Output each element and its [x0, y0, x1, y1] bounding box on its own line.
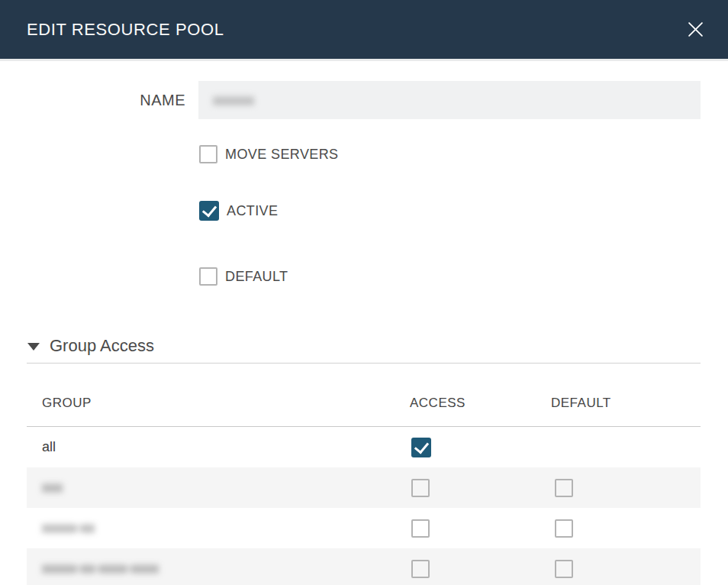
group-name: xxxxx-xx: [27, 520, 410, 536]
access-checkbox[interactable]: [411, 560, 430, 578]
default-checkbox[interactable]: [555, 479, 573, 497]
close-button[interactable]: [682, 17, 708, 43]
default-cell: [551, 479, 701, 497]
modal-body: NAME xxxxxx MOVE SERVERS ACTIVE DEFAULT …: [0, 81, 728, 585]
default-cell: [551, 519, 701, 538]
name-label: NAME: [27, 92, 185, 109]
access-checkbox[interactable]: [411, 519, 430, 538]
group-name: xxx: [27, 480, 410, 496]
caret-down-icon: [27, 343, 40, 351]
modal-header: EDIT RESOURCE POOL: [0, 0, 728, 59]
table-body: all xxx xxxxx-xx xxxxx-xx-x: [27, 427, 701, 585]
table-row: all: [27, 427, 701, 467]
table-row: xxxxx-xx-xxxx-xxxx: [27, 548, 701, 585]
access-checkbox[interactable]: [411, 438, 431, 457]
close-icon: [685, 19, 706, 40]
group-name: all: [27, 439, 410, 455]
column-header-default: DEFAULT: [551, 396, 701, 411]
access-cell: [410, 438, 551, 457]
default-checkbox[interactable]: [199, 267, 217, 286]
section-divider: [27, 363, 701, 364]
header-shadow: [0, 59, 728, 61]
default-label[interactable]: DEFAULT: [225, 269, 288, 285]
move-servers-checkbox[interactable]: [199, 145, 217, 163]
access-cell: [410, 479, 551, 497]
table-row: xxx: [27, 467, 701, 508]
default-checkbox[interactable]: [555, 560, 573, 578]
active-checkbox[interactable]: [199, 201, 219, 221]
move-servers-label[interactable]: MOVE SERVERS: [225, 147, 339, 163]
default-checkbox[interactable]: [555, 519, 573, 538]
option-row-active: ACTIVE: [199, 201, 701, 221]
name-input-value: xxxxxx: [213, 92, 254, 108]
modal-title: EDIT RESOURCE POOL: [27, 20, 224, 40]
column-header-group: GROUP: [27, 396, 410, 411]
group-access-toggle[interactable]: Group Access: [27, 336, 701, 356]
option-row-move-servers: MOVE SERVERS: [199, 145, 701, 163]
group-name: xxxxx-xx-xxxx-xxxx: [27, 561, 410, 577]
access-checkbox[interactable]: [411, 479, 430, 497]
table-row: xxxxx-xx: [27, 508, 701, 548]
default-cell: [551, 560, 701, 578]
column-header-access: ACCESS: [410, 396, 551, 411]
active-label[interactable]: ACTIVE: [227, 203, 278, 219]
access-cell: [410, 560, 551, 578]
name-field-row: NAME xxxxxx: [27, 81, 701, 119]
option-row-default: DEFAULT: [199, 267, 701, 286]
table-header: GROUP ACCESS DEFAULT: [27, 396, 701, 411]
group-access-title: Group Access: [50, 336, 154, 356]
access-cell: [410, 519, 551, 538]
name-input[interactable]: xxxxxx: [198, 81, 701, 119]
